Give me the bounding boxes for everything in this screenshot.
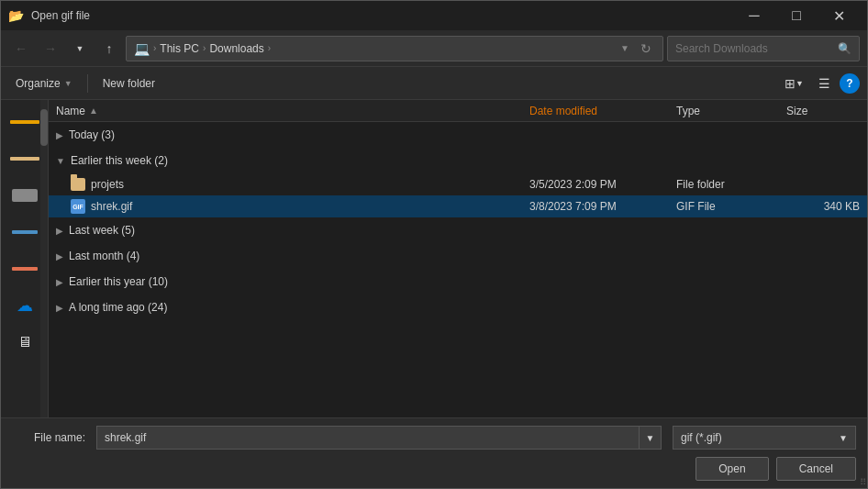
col-header-date[interactable]: Date modified: [529, 105, 676, 117]
address-pc-icon: 💻: [134, 41, 150, 56]
filename-row: File name: ▼ gif (*.gif) ▼: [12, 426, 856, 450]
onedrive-icon: ☁: [17, 295, 33, 316]
details-icon: ☰: [818, 76, 830, 91]
file-name-text-shrek: shrek.gif: [91, 200, 132, 213]
search-box[interactable]: 🔍: [667, 36, 860, 61]
sidebar-scroll-area: ☁ 🖥: [1, 100, 48, 417]
nav-bar: ← → ▼ ↑ 💻 › This PC › Downloads › ▼ ↻ 🔍: [1, 30, 867, 67]
title-controls: ─ □ ✕: [733, 1, 860, 30]
new-folder-label: New folder: [103, 77, 155, 90]
organize-label: Organize: [16, 77, 61, 90]
group-lw-label: Last week (5): [69, 224, 135, 237]
forward-button[interactable]: →: [38, 36, 63, 61]
group-ety-expand-icon: ▶: [56, 277, 63, 287]
resize-handle[interactable]: ⠿: [856, 477, 867, 488]
title-bar: 📂 Open gif file ─ □ ✕: [1, 1, 867, 30]
address-arrow-3: ›: [268, 43, 271, 53]
address-segment-thispc: This PC: [160, 42, 199, 55]
organize-chevron-icon: ▼: [64, 79, 72, 88]
group-long-time-ago[interactable]: ▶ A long time ago (24): [49, 295, 867, 320]
file-name-projets: projets: [71, 178, 529, 191]
new-folder-button[interactable]: New folder: [95, 73, 162, 94]
file-row-shrek[interactable]: GIF shrek.gif 3/8/2023 7:09 PM GIF File …: [49, 195, 867, 217]
title-bar-left: 📂 Open gif file: [8, 8, 90, 23]
address-right: ▼ ↻: [617, 41, 655, 56]
file-date-projets: 3/5/2023 2:09 PM: [529, 178, 676, 191]
group-lm-expand-icon: ▶: [56, 251, 63, 261]
maximize-button[interactable]: □: [775, 1, 818, 30]
group-today[interactable]: ▶ Today (3): [49, 122, 867, 148]
col-header-type[interactable]: Type: [676, 105, 786, 117]
gif-icon-shrek: GIF: [71, 199, 85, 214]
view-icon: ⊞: [785, 76, 796, 91]
dialog-window: 📂 Open gif file ─ □ ✕ ← → ▼ ↑ 💻 › This P…: [0, 0, 868, 489]
filetype-selector: gif (*.gif) ▼: [673, 426, 856, 450]
main-content: ☁ 🖥 Name ▲ Date modified: [1, 100, 867, 417]
file-name-text-projets: projets: [91, 178, 124, 191]
column-headers: Name ▲ Date modified Type Size: [49, 100, 867, 122]
search-input[interactable]: [675, 42, 834, 55]
filename-input[interactable]: [96, 426, 640, 450]
close-button[interactable]: ✕: [818, 1, 860, 30]
monitor-icon: 🖥: [17, 334, 32, 350]
open-button[interactable]: Open: [696, 457, 768, 481]
file-list[interactable]: Name ▲ Date modified Type Size ▶ Today (…: [49, 100, 867, 417]
help-button[interactable]: ?: [840, 73, 860, 94]
address-segment-downloads: Downloads: [209, 42, 263, 55]
address-arrow-1: ›: [153, 43, 156, 53]
recent-locations-button[interactable]: ▼: [67, 36, 93, 61]
details-view-button[interactable]: ☰: [813, 72, 836, 94]
back-button[interactable]: ←: [8, 36, 34, 61]
address-bar[interactable]: 💻 › This PC › Downloads › ▼ ↻: [126, 36, 663, 61]
filetype-value: gif (*.gif): [681, 431, 722, 444]
cancel-button[interactable]: Cancel: [776, 457, 856, 481]
group-etw-label: Earlier this week (2): [71, 154, 168, 167]
address-refresh-button[interactable]: ↻: [637, 41, 655, 56]
file-name-shrek: GIF shrek.gif: [71, 199, 529, 214]
folder-icon-projets: [71, 178, 85, 191]
sort-arrow-icon: ▲: [89, 106, 98, 116]
group-last-week[interactable]: ▶ Last week (5): [49, 217, 867, 243]
window-title: Open gif file: [31, 9, 90, 22]
resize-dots-icon: ⠿: [860, 478, 866, 487]
group-earlier-this-year[interactable]: ▶ Earlier this year (10): [49, 269, 867, 295]
group-today-label: Today (3): [69, 128, 115, 141]
sidebar-scrollbar-thumb: [40, 109, 48, 146]
col-header-size[interactable]: Size: [786, 105, 860, 117]
file-date-shrek: 3/8/2023 7:09 PM: [529, 200, 676, 213]
toolbar-right: ⊞ ▼ ☰ ?: [779, 72, 860, 94]
file-row-projets[interactable]: projets 3/5/2023 2:09 PM File folder: [49, 173, 867, 195]
sidebar: ☁ 🖥: [1, 100, 49, 417]
group-ety-label: Earlier this year (10): [69, 275, 168, 288]
bottom-bar: File name: ▼ gif (*.gif) ▼ Open Cancel: [1, 417, 867, 488]
address-content: 💻 › This PC › Downloads ›: [134, 41, 613, 56]
search-icon: 🔍: [838, 42, 851, 55]
group-lta-expand-icon: ▶: [56, 303, 63, 313]
action-row: Open Cancel: [12, 457, 856, 481]
filename-input-wrapper: ▼: [96, 426, 662, 450]
group-earlier-this-week[interactable]: ▼ Earlier this week (2): [49, 148, 867, 173]
group-today-expand-icon: ▶: [56, 130, 63, 140]
toolbar: Organize ▼ New folder ⊞ ▼ ☰ ?: [1, 67, 867, 100]
view-mode-button[interactable]: ⊞ ▼: [779, 72, 809, 94]
group-lta-label: A long time ago (24): [69, 301, 167, 314]
file-type-projets: File folder: [676, 178, 786, 191]
sidebar-scrollbar[interactable]: [40, 100, 48, 417]
file-type-shrek: GIF File: [676, 200, 786, 213]
view-dropdown-icon: ▼: [796, 79, 804, 88]
group-lm-label: Last month (4): [69, 250, 139, 262]
filetype-dropdown-icon: ▼: [839, 433, 848, 443]
filename-label: File name:: [12, 431, 85, 444]
address-dropdown-button[interactable]: ▼: [617, 41, 633, 56]
organize-button[interactable]: Organize ▼: [8, 73, 80, 94]
group-etw-expand-icon: ▼: [56, 156, 65, 166]
minimize-button[interactable]: ─: [733, 1, 775, 30]
group-lw-expand-icon: ▶: [56, 226, 63, 236]
group-last-month[interactable]: ▶ Last month (4): [49, 243, 867, 269]
up-button[interactable]: ↑: [96, 36, 122, 61]
filetype-select[interactable]: gif (*.gif) ▼: [673, 426, 856, 450]
toolbar-separator: [87, 74, 88, 93]
col-header-name[interactable]: Name ▲: [56, 105, 529, 117]
address-arrow-2: ›: [203, 43, 206, 53]
filename-dropdown-button[interactable]: ▼: [640, 426, 662, 450]
